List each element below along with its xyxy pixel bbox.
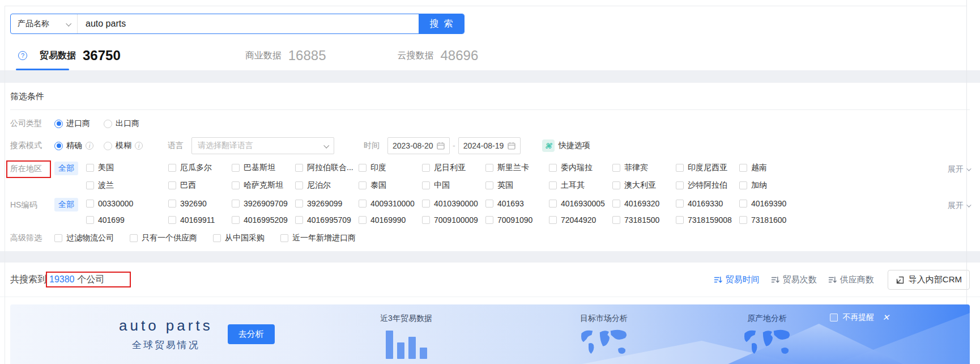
checkbox-icon[interactable] [86, 216, 94, 224]
analyze-button[interactable]: 去分析 [228, 324, 275, 344]
hs-option[interactable]: 73181600 [739, 215, 937, 225]
region-option[interactable]: 泰国 [359, 180, 422, 191]
checkbox-icon[interactable] [168, 181, 176, 189]
radio-exporter[interactable]: 出口商 [104, 118, 139, 129]
checkbox-icon[interactable] [549, 181, 557, 189]
radio-fuzzy[interactable]: 模糊 [104, 141, 131, 151]
checkbox-icon[interactable] [280, 234, 288, 242]
advanced-option[interactable]: 过滤物流公司 [54, 233, 114, 243]
hs-expand-link[interactable]: 展开 [948, 201, 970, 211]
region-option[interactable]: 越南 [739, 163, 937, 173]
hs-option[interactable]: 401693 [485, 199, 549, 208]
checkbox-icon[interactable] [422, 216, 430, 224]
region-option[interactable]: 尼日利亚 [422, 163, 485, 173]
checkbox-icon[interactable] [739, 181, 747, 189]
region-option[interactable]: 厄瓜多尔 [168, 163, 232, 173]
quick-options-button[interactable]: 快捷选项 [542, 139, 590, 152]
checkbox-icon[interactable] [232, 164, 240, 172]
checkbox-icon[interactable] [612, 164, 620, 172]
hs-option[interactable]: 40169330 [676, 199, 739, 208]
advanced-option[interactable]: 从中国采购 [213, 233, 265, 243]
region-option[interactable]: 菲律宾 [612, 163, 676, 173]
search-button[interactable]: 搜索 [419, 14, 464, 33]
checkbox-icon[interactable] [86, 200, 94, 208]
import-crm-button[interactable]: 导入内部CRM [888, 270, 970, 290]
checkbox-icon[interactable] [295, 164, 303, 172]
checkbox-icon[interactable] [359, 200, 367, 208]
tab-business-data[interactable]: 商业数据 16885 [245, 48, 326, 64]
region-option[interactable]: 澳大利亚 [612, 180, 676, 191]
checkbox-icon[interactable] [168, 200, 176, 208]
sort-trade-count[interactable]: 贸易次数 [771, 274, 817, 285]
checkbox-icon[interactable] [359, 216, 367, 224]
checkbox-icon[interactable] [549, 216, 557, 224]
start-date-input[interactable]: 2023-08-20 [387, 137, 450, 154]
checkbox-icon[interactable] [359, 181, 367, 189]
hs-option[interactable]: 00330000 [86, 199, 168, 208]
checkbox-icon[interactable] [359, 164, 367, 172]
search-category-dropdown[interactable]: 产品名称 [11, 14, 78, 33]
hs-option[interactable]: 72044920 [549, 215, 612, 225]
question-circle-icon[interactable] [18, 51, 27, 60]
region-option[interactable]: 沙特阿拉伯 [676, 180, 739, 191]
checkbox-icon[interactable] [485, 200, 493, 208]
tab-trade-data[interactable]: 贸易数据 36750 [18, 48, 121, 64]
checkbox-icon[interactable] [739, 216, 747, 224]
close-icon[interactable] [882, 312, 889, 323]
checkbox-icon[interactable] [676, 164, 684, 172]
checkbox-icon[interactable] [422, 164, 430, 172]
checkbox-icon[interactable] [676, 181, 684, 189]
hs-option[interactable]: 4009310000 [359, 199, 422, 208]
checkbox-icon[interactable] [676, 200, 684, 208]
hs-option[interactable]: 4016995209 [232, 215, 295, 225]
dismiss-label[interactable]: 不再提醒 [842, 312, 874, 323]
advanced-option[interactable]: 只有一个供应商 [130, 233, 197, 243]
checkbox-icon[interactable] [168, 164, 176, 172]
hs-all-chip[interactable]: 全部 [54, 198, 78, 211]
hs-option[interactable]: 401699 [86, 215, 168, 225]
hs-option[interactable]: 7318159008 [676, 215, 739, 225]
hs-option[interactable]: 40169320 [612, 199, 676, 208]
region-option[interactable]: 尼泊尔 [295, 180, 359, 191]
hs-option[interactable]: 4016995709 [295, 215, 359, 225]
checkbox-icon[interactable] [54, 234, 62, 242]
checkbox-icon[interactable] [612, 181, 620, 189]
dismiss-checkbox[interactable] [830, 314, 838, 321]
region-option[interactable]: 美国 [86, 163, 168, 173]
region-option[interactable]: 巴西 [168, 180, 232, 191]
region-option[interactable]: 加纳 [739, 180, 937, 191]
region-option[interactable]: 巴基斯坦 [232, 163, 295, 173]
checkbox-icon[interactable] [739, 200, 747, 208]
checkbox-icon[interactable] [485, 181, 493, 189]
info-icon[interactable] [135, 142, 143, 150]
region-option[interactable]: 哈萨克斯坦 [232, 180, 295, 191]
radio-exact[interactable]: 精确 [54, 141, 82, 151]
region-all-chip[interactable]: 全部 [54, 162, 78, 175]
checkbox-icon[interactable] [295, 200, 303, 208]
sort-supplier-count[interactable]: 供应商数 [828, 274, 874, 285]
region-option[interactable]: 斯里兰卡 [485, 163, 549, 173]
hs-option[interactable]: 7009100009 [422, 215, 485, 225]
region-option[interactable]: 中国 [422, 180, 485, 191]
checkbox-icon[interactable] [612, 216, 620, 224]
checkbox-icon[interactable] [168, 216, 176, 224]
hs-option[interactable]: 40169990 [359, 215, 422, 225]
checkbox-icon[interactable] [213, 234, 221, 242]
checkbox-icon[interactable] [676, 216, 684, 224]
checkbox-icon[interactable] [485, 164, 493, 172]
region-option[interactable]: 印度尼西亚 [676, 163, 739, 173]
radio-importer[interactable]: 进口商 [54, 118, 90, 129]
region-option[interactable]: 阿拉伯联合... [295, 163, 359, 173]
checkbox-icon[interactable] [739, 164, 747, 172]
region-option[interactable]: 委内瑞拉 [549, 163, 612, 173]
region-expand-link[interactable]: 展开 [948, 164, 970, 175]
checkbox-icon[interactable] [612, 200, 620, 208]
checkbox-icon[interactable] [549, 164, 557, 172]
checkbox-icon[interactable] [232, 200, 240, 208]
checkbox-icon[interactable] [86, 164, 94, 172]
checkbox-icon[interactable] [485, 216, 493, 224]
checkbox-icon[interactable] [422, 181, 430, 189]
hs-option[interactable]: 4016930005 [549, 199, 612, 208]
hs-option[interactable]: 40169390 [739, 199, 937, 208]
hs-option[interactable]: 39269099 [295, 199, 359, 208]
